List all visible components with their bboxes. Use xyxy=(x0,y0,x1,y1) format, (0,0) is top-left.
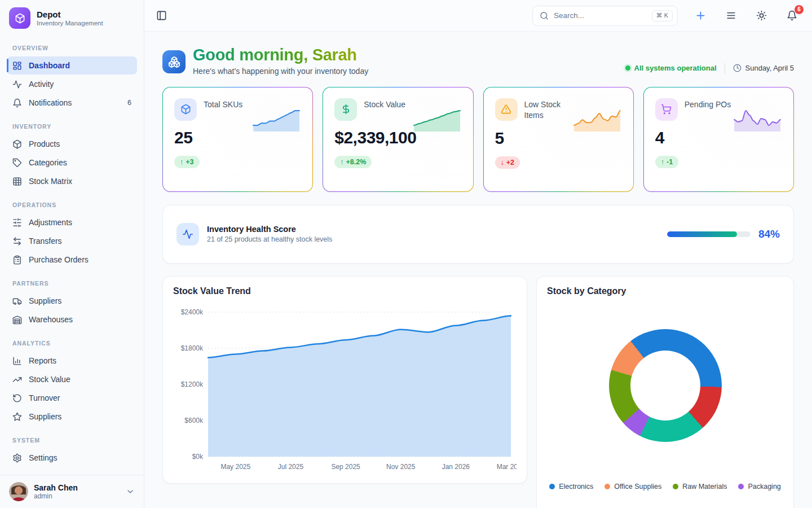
charts-row: Stock Value Trend $0k$600k$1200k$1800k$2… xyxy=(162,276,794,508)
app-logo xyxy=(9,7,30,29)
stock-by-category-card: Stock by Category ElectronicsOffice Supp… xyxy=(536,276,794,508)
sidebar-item-label: Suppliers xyxy=(29,412,131,421)
sidebar-item-activity[interactable]: Activity xyxy=(7,75,137,93)
brand-name: Depot xyxy=(37,10,103,19)
nav-section: InventoryProductsCategoriesStock Matrix xyxy=(7,123,137,190)
stat-card-total-skus: Total SKUs25↑+3 xyxy=(162,87,313,192)
sidebar-item-settings[interactable]: Settings xyxy=(7,449,137,467)
nav-section-label: Analytics xyxy=(7,340,137,347)
svg-text:$1200k: $1200k xyxy=(181,380,204,388)
user-name: Sarah Chen xyxy=(34,483,78,492)
sidebar-item-label: Dashboard xyxy=(29,61,131,70)
stat-sparkline xyxy=(251,108,301,132)
stat-card-pending-pos: Pending POs4↑-1 xyxy=(643,87,794,192)
system-status: All systems operational xyxy=(625,64,717,72)
sidebar-item-label: Warehouses xyxy=(29,315,131,324)
health-percent: 84% xyxy=(758,228,780,240)
notifications-button[interactable]: 6 xyxy=(784,8,800,24)
package-icon xyxy=(12,139,22,149)
sidebar-item-label: Activity xyxy=(29,80,131,89)
stat-sparkline xyxy=(732,108,782,132)
avatar xyxy=(9,482,28,501)
svg-text:Jul 2025: Jul 2025 xyxy=(278,463,304,471)
page-title: Good morning, Sarah xyxy=(193,45,368,65)
legend-label: Packaging xyxy=(748,483,780,491)
svg-text:Jan 2026: Jan 2026 xyxy=(442,463,470,471)
sidebar-item-label: Adjustments xyxy=(29,218,131,227)
sidebar-item-purchase-orders[interactable]: Purchase Orders xyxy=(7,251,137,269)
dashboard-content: Good morning, Sarah Here's what's happen… xyxy=(144,32,812,508)
page-subtitle: Here's what's happening with your invent… xyxy=(193,67,368,76)
current-date: Sunday, April 5 xyxy=(733,64,794,72)
sidebar-item-warehouses[interactable]: Warehouses xyxy=(7,310,137,329)
stock-value-trend-card: Stock Value Trend $0k$600k$1200k$1800k$2… xyxy=(162,276,527,484)
legend-dot xyxy=(738,484,744,489)
arrow-down-icon: ↓ xyxy=(501,159,504,167)
status-text: All systems operational xyxy=(634,64,717,72)
stat-delta-badge: ↑+8.2% xyxy=(334,156,372,168)
stat-label: Low Stock Items xyxy=(524,98,579,121)
app-root: Depot Inventory Management OverviewDashb… xyxy=(0,0,812,508)
date-text: Sunday, April 5 xyxy=(745,64,794,72)
legend-label: Electronics xyxy=(559,483,593,491)
search-input[interactable] xyxy=(554,11,647,20)
nav-section-label: Operations xyxy=(7,202,137,208)
truck-icon xyxy=(12,296,22,306)
sidebar-item-categories[interactable]: Categories xyxy=(7,154,137,172)
area-chart: $0k$600k$1200k$1800k$2400kMay 2025Jul 20… xyxy=(172,303,517,474)
sidebar-item-label: Categories xyxy=(29,158,131,167)
nav-section-label: System xyxy=(7,437,137,444)
legend-item-electronics: Electronics xyxy=(549,483,593,491)
sidebar-toggle-button[interactable] xyxy=(153,8,169,24)
stat-sparkline xyxy=(412,108,462,132)
nav-section-label: Inventory xyxy=(7,123,137,130)
sidebar-item-transfers[interactable]: Transfers xyxy=(7,232,137,250)
health-progress-bar xyxy=(667,231,751,237)
nav-section: SystemSettings xyxy=(7,437,137,467)
legend-item-raw-materials: Raw Materials xyxy=(673,483,727,491)
sidebar-nav: OverviewDashboardActivityNotifications6I… xyxy=(0,36,144,475)
svg-text:$1800k: $1800k xyxy=(181,344,204,352)
package-icon xyxy=(174,98,197,121)
sidebar-item-badge: 6 xyxy=(127,99,131,107)
sidebar-item-reports[interactable]: Reports xyxy=(7,352,137,370)
chart-title: Stock by Category xyxy=(546,286,784,296)
sidebar-item-dashboard[interactable]: Dashboard xyxy=(7,56,137,75)
sidebar-item-label: Transfers xyxy=(29,237,131,246)
sidebar-item-label: Reports xyxy=(29,356,131,365)
sidebar-item-notifications[interactable]: Notifications6 xyxy=(7,94,137,112)
alert-triangle-icon xyxy=(495,98,518,121)
legend-label: Office Supplies xyxy=(614,483,661,491)
menu-button[interactable] xyxy=(723,8,739,24)
sidebar-item-suppliers[interactable]: Suppliers xyxy=(7,408,137,426)
sidebar-item-adjustments[interactable]: Adjustments xyxy=(7,213,137,231)
boxes-icon xyxy=(162,50,186,73)
nav-section: OperationsAdjustmentsTransfersPurchase O… xyxy=(7,202,137,269)
dashboard-icon xyxy=(12,61,22,71)
sidebar-item-products[interactable]: Products xyxy=(7,135,137,153)
package-icon xyxy=(15,13,25,24)
svg-text:Mar 2026: Mar 2026 xyxy=(497,463,517,471)
sliders-icon xyxy=(12,218,22,227)
divider xyxy=(725,63,725,73)
sidebar-item-turnover[interactable]: Turnover xyxy=(7,389,137,407)
sidebar-item-suppliers[interactable]: Suppliers xyxy=(7,292,137,310)
dollar-icon xyxy=(334,98,357,121)
sidebar-item-stock-value[interactable]: Stock Value xyxy=(7,370,137,388)
sidebar-item-stock-matrix[interactable]: Stock Matrix xyxy=(7,172,137,190)
transfer-icon xyxy=(12,237,22,246)
theme-toggle-button[interactable] xyxy=(753,8,769,24)
legend-dot xyxy=(604,484,610,489)
legend-label: Raw Materials xyxy=(682,483,727,491)
notification-badge: 6 xyxy=(795,5,804,14)
menu-icon xyxy=(726,10,736,21)
star-icon xyxy=(12,412,22,422)
add-button[interactable] xyxy=(692,8,708,24)
sidebar-item-label: Purchase Orders xyxy=(29,255,131,264)
rotate-icon xyxy=(12,393,22,403)
page-header: Good morning, Sarah Here's what's happen… xyxy=(162,45,794,76)
search-box[interactable]: ⌘ K xyxy=(532,6,678,26)
chart-title: Stock Value Trend xyxy=(172,286,518,296)
svg-text:Nov 2025: Nov 2025 xyxy=(386,463,416,471)
user-menu[interactable]: Sarah Chen admin xyxy=(0,475,144,508)
